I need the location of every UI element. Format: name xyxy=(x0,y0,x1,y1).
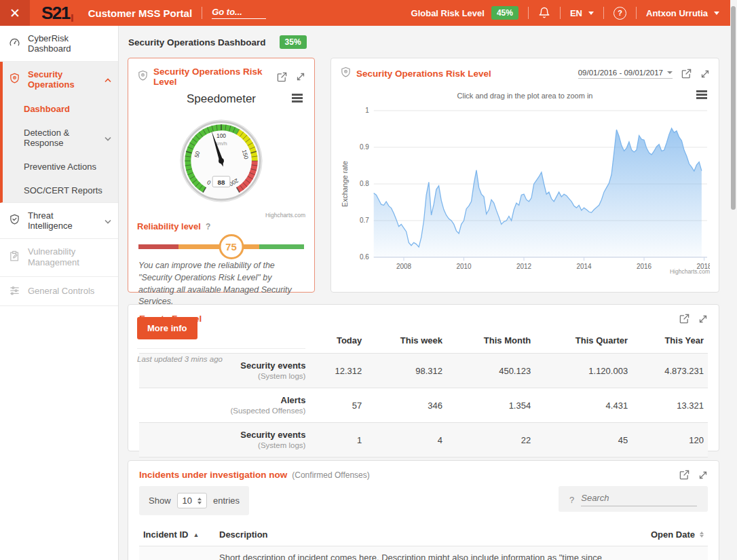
column-header: This Year xyxy=(632,328,708,354)
chart-subtitle: Click and drag in the plot area to zoom … xyxy=(457,92,593,100)
sidebar-item-security-operations[interactable]: Security Operations xyxy=(3,62,118,97)
export-icon[interactable] xyxy=(681,69,692,79)
risk-chart-panel: Security Operations Risk Level 09/01/201… xyxy=(330,58,719,293)
divider xyxy=(603,7,604,19)
goto-input[interactable] xyxy=(212,7,266,19)
sidebar-subitem-label: Preventive Actions xyxy=(24,162,96,172)
close-button[interactable]: ✕ xyxy=(0,0,30,26)
notifications-bell-icon[interactable] xyxy=(538,7,550,19)
language-selector[interactable]: EN xyxy=(570,8,594,18)
reliability-bar[interactable]: 75 xyxy=(138,244,304,249)
help-button[interactable]: ? xyxy=(613,7,626,20)
user-name: Antxon Urrutia xyxy=(646,8,708,18)
chevron-down-icon xyxy=(588,12,594,15)
date-range-value: 09/01/2016 - 09/01/2017 xyxy=(578,69,663,77)
sidebar-subitem-preventive-actions[interactable]: Preventive Actions xyxy=(3,155,118,179)
funnel-value-cell: 98.312 xyxy=(366,354,447,388)
funnel-row-sublabel: (Suspected Offenses) xyxy=(230,407,305,415)
language-label: EN xyxy=(570,8,582,18)
help-icon[interactable]: ? xyxy=(206,222,210,231)
svg-text:2010: 2010 xyxy=(456,263,472,270)
sidebar-subitem-dashboard[interactable]: Dashboard xyxy=(3,97,118,121)
column-header-open-date[interactable]: Open Date xyxy=(606,523,708,546)
expand-icon[interactable] xyxy=(700,69,710,79)
global-risk-badge: 45% xyxy=(491,6,518,20)
sidebar-item-cyberrisk-dashboard[interactable]: CyberRisk Dashboard xyxy=(0,26,118,62)
funnel-value-cell: 57 xyxy=(309,388,366,423)
incidents-table: Incident ID ▲ Description Open Date xyxy=(139,523,708,560)
export-icon[interactable] xyxy=(277,72,287,82)
reliability-segment xyxy=(138,244,178,249)
funnel-row-label: Security events(System logs) xyxy=(139,423,309,458)
chevron-down-icon xyxy=(105,133,111,143)
page-scrollbar-thumb[interactable] xyxy=(731,6,736,210)
sidebar-subitem-soc-cert-reports[interactable]: SOC/CERT Reports xyxy=(3,179,118,202)
incident-description-cell: Short description of incident comes here… xyxy=(215,546,606,560)
column-header: This Quarter xyxy=(535,328,632,354)
shield-check-icon xyxy=(9,214,20,227)
incident-row[interactable]: ID 000001Short description of incident c… xyxy=(139,546,708,560)
chevron-down-icon xyxy=(105,216,111,226)
reliability-value-badge[interactable]: 75 xyxy=(219,234,244,259)
expand-icon[interactable] xyxy=(698,470,708,480)
chevron-down-icon xyxy=(714,12,719,15)
sidebar-subitem-detection-response[interactable]: Detection & Response xyxy=(3,121,118,155)
clipboard-edit-icon xyxy=(9,250,20,264)
search-input[interactable] xyxy=(581,493,697,506)
funnel-row-sublabel: (System logs) xyxy=(258,441,305,449)
svg-text:2016: 2016 xyxy=(637,263,652,270)
sidebar-item-threat-intelligence[interactable]: Threat Intelligence xyxy=(0,203,118,239)
exchange-rate-area-chart[interactable]: 0.60.70.80.91200820102012201420162018Exc… xyxy=(340,102,710,276)
highcharts-credits[interactable]: Highcharts.com xyxy=(137,212,305,219)
reliability-description: You can improve the reliability of the "… xyxy=(138,260,304,308)
svg-text:100: 100 xyxy=(216,132,226,139)
date-range-picker[interactable]: 09/01/2016 - 09/01/2017 xyxy=(578,69,673,79)
expand-icon[interactable] xyxy=(698,314,708,324)
sidebar-subitem-label: Dashboard xyxy=(24,104,70,114)
column-header: This week xyxy=(366,328,447,354)
panel-title: Events Funnel xyxy=(139,314,202,324)
logo-accent xyxy=(71,14,73,22)
sidebar-item-general-controls[interactable]: General Controls xyxy=(0,277,118,306)
column-header-incident-id[interactable]: Incident ID ▲ xyxy=(139,523,215,546)
gauge-icon xyxy=(9,37,20,50)
chevron-down-icon xyxy=(667,71,673,74)
divider xyxy=(560,7,561,19)
incidents-header-row: Incident ID ▲ Description Open Date xyxy=(139,523,708,546)
sidebar-subitem-label: SOC/CERT Reports xyxy=(24,185,102,195)
close-icon: ✕ xyxy=(10,5,20,21)
top-bar: ✕ S21 Customer MSS Portal Global Risk Le… xyxy=(0,0,730,26)
page-size-value: 10 xyxy=(183,496,192,506)
user-menu[interactable]: Antxon Urrutia xyxy=(646,8,719,18)
panel-subtitle: (Confirmed Offenses) xyxy=(292,470,370,480)
chart-menu-icon[interactable] xyxy=(292,94,303,104)
show-label: Show xyxy=(149,496,171,506)
page-size-select[interactable]: 10 xyxy=(177,493,207,508)
chevron-up-icon xyxy=(105,75,111,85)
main-content: Security Operations Dashboard 35% Securi… xyxy=(119,26,737,560)
export-icon[interactable] xyxy=(679,314,689,324)
column-header-description[interactable]: Description xyxy=(215,523,606,546)
sidebar-item-vulnerability-management[interactable]: Vulnerability Management xyxy=(0,239,118,277)
reliability-label: Reliability level xyxy=(137,221,201,231)
shield-gear-icon xyxy=(340,67,352,81)
panel-title: Security Operations Risk Level xyxy=(153,67,272,87)
funnel-row: Security events(System logs)142245120 xyxy=(139,423,708,458)
svg-text:0.9: 0.9 xyxy=(360,143,369,151)
panel-title: Security Operations Risk Level xyxy=(356,69,491,79)
incident-open-date-cell: Registration Date xyxy=(606,546,708,560)
speedometer-gauge: 050100150200km/h88 xyxy=(164,111,278,212)
sort-ascending-icon: ▲ xyxy=(193,531,199,538)
sidebar: CyberRisk Dashboard Security Operations … xyxy=(0,26,119,560)
panel-actions: 09/01/2016 - 09/01/2017 xyxy=(578,69,710,79)
search-icon: ? xyxy=(569,495,574,505)
dashboard-top-row: Security Operations Risk Level Speedomet… xyxy=(128,58,719,293)
chart-menu-icon[interactable] xyxy=(696,90,707,100)
sidebar-item-label: Security Operations xyxy=(28,69,97,90)
funnel-row: Alerts(Suspected Offenses)573461.3544.43… xyxy=(139,388,708,423)
funnel-value-cell: 1.354 xyxy=(447,388,535,423)
funnel-body: Security events(System logs)12.31298.312… xyxy=(139,354,708,458)
expand-icon[interactable] xyxy=(296,72,305,81)
funnel-value-cell: 4 xyxy=(366,423,447,458)
export-icon[interactable] xyxy=(679,470,689,480)
